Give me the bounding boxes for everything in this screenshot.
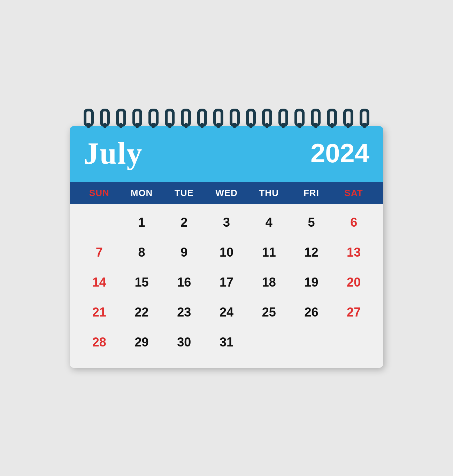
spiral-rings	[70, 109, 383, 127]
day-name-tue: TUE	[163, 188, 205, 198]
calendar-day: 30	[163, 327, 205, 357]
calendar-day	[78, 208, 121, 237]
calendar-day: 26	[290, 297, 333, 327]
spiral-ring	[213, 109, 223, 127]
day-name-mon: MON	[121, 188, 163, 198]
spiral-ring	[230, 109, 240, 127]
calendar-day	[290, 327, 333, 357]
calendar-day: 1	[121, 208, 163, 237]
calendar-day: 6	[332, 208, 375, 237]
calendar-day: 2	[163, 208, 205, 237]
spiral-ring	[132, 109, 143, 127]
day-name-sun: SUN	[78, 188, 121, 198]
calendar-day: 5	[290, 208, 333, 237]
day-name-sat: SAT	[332, 188, 375, 198]
day-name-thu: THU	[248, 188, 290, 198]
calendar-day: 20	[332, 267, 375, 297]
calendar-wrapper: July 2024 SUNMONTUEWEDTHUFRISAT 12345678…	[70, 109, 383, 368]
spiral-ring	[148, 109, 159, 127]
calendar-day: 12	[290, 237, 333, 267]
spiral-ring	[84, 109, 94, 127]
calendar-day: 21	[78, 297, 121, 327]
spiral-ring	[294, 109, 305, 127]
calendar-day: 7	[78, 237, 121, 267]
spiral-ring	[311, 109, 321, 127]
days-header: SUNMONTUEWEDTHUFRISAT	[70, 182, 383, 204]
calendar-day: 17	[205, 267, 248, 297]
spiral-ring	[197, 109, 207, 127]
spiral-ring	[262, 109, 272, 127]
spiral-ring	[165, 109, 175, 127]
calendar-day: 19	[290, 267, 333, 297]
calendar-day: 3	[205, 208, 248, 237]
spiral-ring	[278, 109, 289, 127]
calendar-day: 15	[121, 267, 163, 297]
calendar-day: 29	[121, 327, 163, 357]
year: 2024	[310, 138, 369, 171]
calendar-day: 18	[248, 267, 290, 297]
calendar-day: 14	[78, 267, 121, 297]
spiral-ring	[327, 109, 337, 127]
calendar-day: 8	[121, 237, 163, 267]
calendar-day: 24	[205, 297, 248, 327]
calendar-grid: 1234567891011121314151617181920212223242…	[70, 204, 383, 368]
calendar-day	[248, 327, 290, 357]
calendar-day: 23	[163, 297, 205, 327]
calendar-day: 4	[248, 208, 290, 237]
spiral-ring	[100, 109, 110, 127]
day-name-fri: FRI	[290, 188, 333, 198]
calendar-day: 31	[205, 327, 248, 357]
spiral-ring	[116, 109, 126, 127]
spiral-ring	[181, 109, 191, 127]
calendar-day: 25	[248, 297, 290, 327]
spiral-ring	[360, 109, 370, 127]
month-name: July	[84, 136, 143, 171]
calendar-day: 9	[163, 237, 205, 267]
calendar-day: 16	[163, 267, 205, 297]
day-name-wed: WED	[205, 188, 248, 198]
spiral-ring	[343, 109, 353, 127]
spiral-ring	[246, 109, 256, 127]
calendar-day: 27	[332, 297, 375, 327]
calendar-day: 28	[78, 327, 121, 357]
calendar-day	[332, 327, 375, 357]
calendar-day: 11	[248, 237, 290, 267]
calendar-day: 10	[205, 237, 248, 267]
calendar: July 2024 SUNMONTUEWEDTHUFRISAT 12345678…	[70, 126, 383, 368]
calendar-day: 22	[121, 297, 163, 327]
calendar-header: July 2024	[70, 126, 383, 182]
calendar-day: 13	[332, 237, 375, 267]
